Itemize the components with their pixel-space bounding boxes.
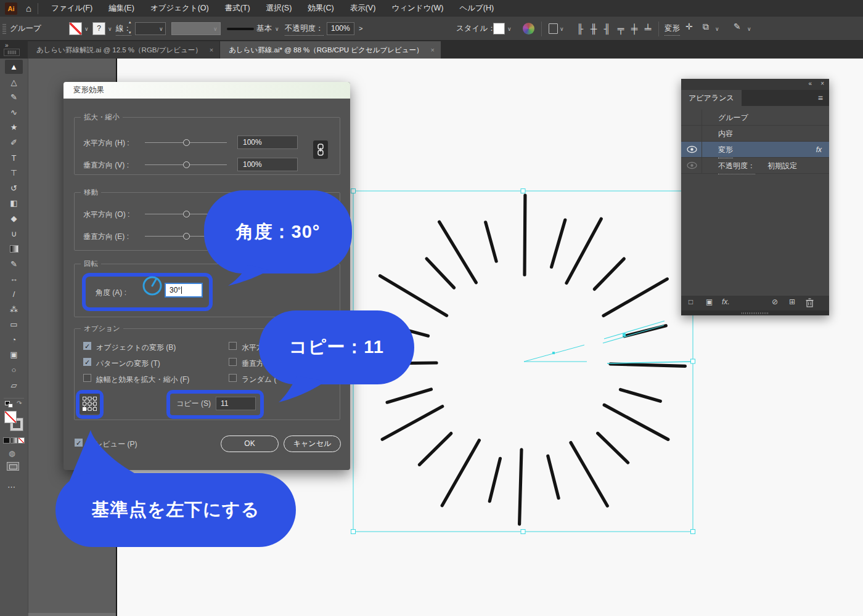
artboard-tool[interactable]: ▣ [5, 347, 23, 362]
draw-mode-icon[interactable]: ◍ [9, 449, 15, 458]
illustrator-logo[interactable]: Ai [5, 2, 17, 15]
angle-input[interactable]: 30° [165, 283, 203, 298]
move-h-slider-knob[interactable] [183, 211, 190, 217]
opacity-label[interactable]: 不透明度： [285, 22, 324, 36]
fill-chevron-icon[interactable]: ∨ [84, 26, 89, 32]
tab-close-icon[interactable]: × [430, 46, 434, 54]
add-effect-icon[interactable]: fx. [722, 298, 730, 306]
align-left-icon[interactable]: ╟ [573, 17, 587, 41]
transform-patterns-checkbox[interactable]: ✓ [83, 358, 91, 366]
clear-appearance-icon[interactable]: ⊘ [772, 298, 778, 306]
stroke-color-swatch[interactable]: ? [92, 22, 105, 35]
home-icon[interactable]: ⌂ [26, 3, 31, 14]
preview-checkbox[interactable]: ✓ [75, 439, 83, 447]
none-button[interactable] [18, 437, 25, 444]
horizontal-scrollbar[interactable] [28, 613, 116, 616]
tab-close-icon[interactable]: × [210, 46, 213, 54]
menu-view[interactable]: 表示(V) [342, 0, 384, 17]
brush-chevron-icon[interactable]: ∨ [275, 26, 279, 32]
random-checkbox[interactable] [229, 374, 237, 382]
pen-tool[interactable]: ✎ [5, 90, 23, 104]
delete-item-icon[interactable] [806, 298, 814, 307]
isolate-chevron-icon[interactable]: ∨ [747, 26, 751, 32]
panel-titlebar[interactable]: « × [681, 79, 829, 90]
type-tool[interactable]: T [5, 151, 23, 165]
align-middle-icon[interactable]: ╪ [628, 17, 641, 41]
add-new-fill-icon[interactable]: ▣ [706, 298, 713, 306]
scale-v-slider-knob[interactable] [183, 161, 190, 168]
symbol-sprayer-tool[interactable]: ⁂ [5, 302, 23, 317]
gradient-button[interactable] [10, 437, 17, 444]
opacity-value[interactable]: 100% [327, 22, 354, 35]
add-new-stroke-icon[interactable]: □ [689, 298, 693, 306]
visibility-eye-icon[interactable] [687, 145, 697, 153]
appearance-row-transform[interactable]: 変形 fx [681, 142, 829, 158]
panel-resize-grip[interactable] [681, 310, 829, 315]
angle-dial[interactable] [142, 275, 163, 296]
menu-effect[interactable]: 効果(C) [300, 0, 342, 17]
scale-strokes-checkbox[interactable] [83, 374, 91, 382]
graph-tool[interactable]: ◔ [5, 333, 23, 347]
scale-v-value[interactable]: 100% [237, 158, 298, 171]
scale-h-slider-knob[interactable] [183, 139, 190, 146]
cancel-button[interactable]: キャンセル [284, 436, 341, 452]
menu-edit[interactable]: 編集(E) [100, 0, 142, 17]
eraser-tool[interactable]: ◆ [5, 211, 23, 225]
stroke-stepper-up-icon[interactable]: ▴ [129, 20, 131, 25]
fill-color-swatch[interactable] [69, 22, 82, 35]
width-tool[interactable]: ↔ [5, 272, 23, 286]
zoom-tool[interactable]: ○ [5, 363, 23, 377]
appearance-row-group[interactable]: グループ [681, 110, 829, 126]
brush-definition-label[interactable]: 基本 [256, 17, 272, 41]
star-shape-tool[interactable]: ★ [5, 120, 23, 134]
menu-object[interactable]: オブジェクト(O) [142, 0, 217, 17]
menu-window[interactable]: ウィンドウ(W) [383, 0, 451, 17]
paintbrush-tool[interactable]: ✐ [5, 136, 23, 150]
perspective-tool[interactable]: ▭ [5, 317, 23, 331]
reference-point-locator[interactable] [80, 394, 100, 414]
dialog-titlebar[interactable]: 変形効果 [63, 82, 350, 99]
style-swatch[interactable] [493, 23, 505, 34]
gradient-tool[interactable] [5, 241, 23, 256]
fill-indicator-none[interactable] [4, 411, 17, 423]
menu-help[interactable]: ヘルプ(H) [451, 0, 502, 17]
recolor-artwork-icon[interactable] [523, 23, 534, 34]
visibility-eye-icon-dimmed[interactable] [687, 161, 697, 169]
menu-select[interactable]: 選択(S) [258, 0, 300, 17]
swap-fill-stroke-icon[interactable]: ↷ [17, 400, 22, 407]
document-setup-chevron-icon[interactable]: ∨ [560, 26, 564, 32]
shape-mode-icon[interactable]: ⧉ [703, 22, 709, 32]
stroke-weight-chevron-icon[interactable]: ∨ [159, 26, 163, 32]
stroke-stepper-down-icon[interactable]: ▾ [129, 30, 131, 35]
controlbar-grip[interactable] [2, 23, 6, 34]
document-tab-2[interactable]: あしらい罫線.ai* @ 88 %（RGB/CPU ピクセルプレビュー） × [220, 41, 441, 59]
rotate-tool[interactable]: ↺ [5, 181, 23, 195]
duplicate-item-icon[interactable]: ⊞ [789, 298, 795, 306]
tab-overflow-icon[interactable]: » [5, 42, 9, 49]
align-center-icon[interactable]: ╫ [587, 17, 600, 41]
align-bottom-icon[interactable]: ╧ [641, 17, 655, 41]
print-tiling-tool[interactable]: ▱ [5, 378, 23, 392]
transform-again-icon[interactable]: ✛ [685, 22, 693, 31]
selection-tool[interactable]: ▲ [5, 60, 23, 74]
move-v-slider-knob[interactable] [183, 233, 190, 240]
ok-button[interactable]: OK [221, 436, 279, 452]
tabbar-grip[interactable] [4, 49, 20, 56]
brush-stroke-preview[interactable] [227, 28, 254, 30]
appearance-row-opacity[interactable]: 不透明度： 初期設定 [681, 158, 829, 174]
direct-selection-tool[interactable]: △ [5, 75, 23, 89]
curvature-tool[interactable]: ∿ [5, 105, 23, 120]
menu-type[interactable]: 書式(T) [217, 0, 258, 17]
panel-close-icon[interactable]: × [820, 80, 824, 87]
isolate-icon[interactable]: ✎ [734, 22, 741, 31]
align-top-icon[interactable]: ╤ [614, 17, 628, 41]
panel-collapse-icon[interactable]: « [808, 80, 812, 87]
shape-mode-chevron-icon[interactable]: ∨ [715, 26, 719, 32]
stroke-swatch-chevron-icon[interactable]: ∨ [108, 26, 112, 32]
lasso-tool[interactable]: ∪ [5, 227, 23, 241]
panel-menu-icon[interactable]: ≡ [818, 90, 823, 106]
scale-h-value[interactable]: 100% [237, 136, 298, 149]
edit-toolbar-icon[interactable]: ⋯ [7, 482, 16, 492]
appearance-tab[interactable]: アピアランス [681, 90, 742, 106]
document-tab-1[interactable]: あしらい罫線解説.ai @ 12.5 %（RGB/プレビュー） × [28, 41, 220, 59]
